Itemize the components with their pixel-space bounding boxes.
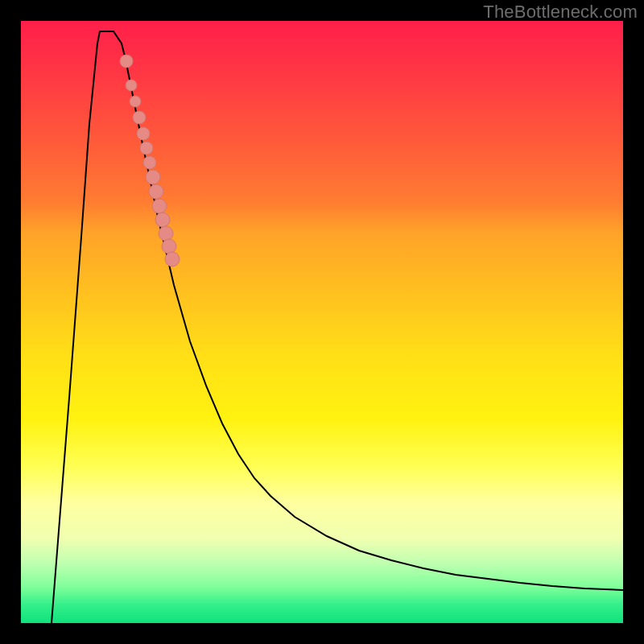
highlight-dot bbox=[146, 170, 160, 184]
highlight-dot bbox=[149, 184, 163, 199]
highlight-dot bbox=[155, 213, 170, 227]
plot-area bbox=[21, 21, 623, 623]
highlight-dot bbox=[159, 226, 173, 241]
highlight-dot bbox=[130, 96, 141, 107]
highlight-dot bbox=[165, 252, 180, 266]
curve-layer bbox=[21, 21, 623, 623]
highlight-dot bbox=[126, 80, 137, 91]
highlight-dot bbox=[143, 156, 156, 169]
highlight-dot bbox=[162, 239, 176, 254]
highlight-dot bbox=[133, 111, 146, 124]
highlight-dot bbox=[120, 55, 133, 68]
highlight-dot bbox=[140, 142, 153, 155]
chart-frame: TheBottleneck.com bbox=[0, 0, 644, 644]
highlight-dot bbox=[137, 127, 150, 140]
highlight-dot bbox=[152, 199, 167, 213]
watermark-label: TheBottleneck.com bbox=[483, 2, 638, 23]
